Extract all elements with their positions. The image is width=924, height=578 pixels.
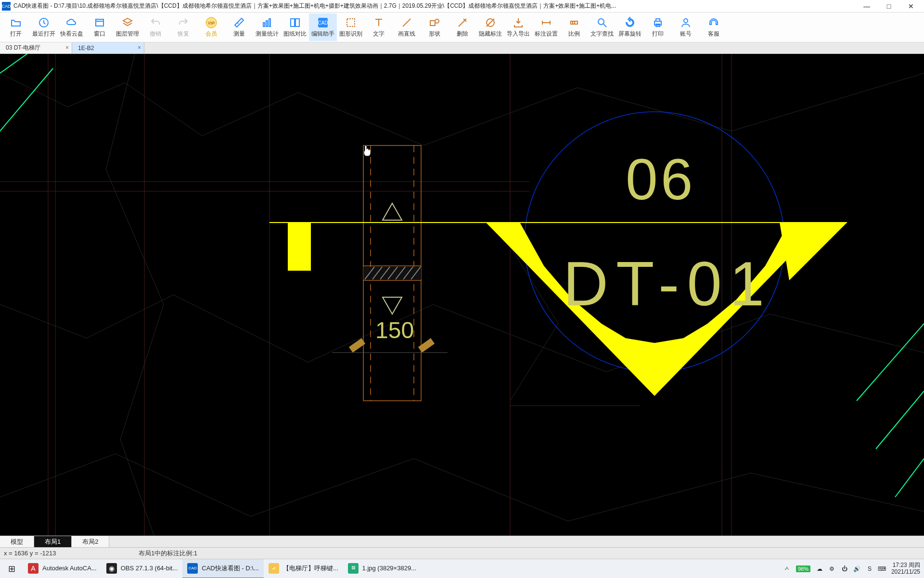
scale-readout: 布局1中的标注比例:1 [139,549,197,558]
marker-code: DT-01 [563,249,772,319]
svg-line-43 [895,459,924,497]
tool-rotate[interactable]: 屏幕旋转 [616,13,644,41]
taskbar-item[interactable]: AAutodesk AutoCA... [23,559,102,578]
task-label: 1.jpg (3829×3829... [362,565,416,572]
tool-open[interactable]: 打开 [2,13,30,41]
task-icon: 📁 [269,563,279,574]
tool-label: 打印 [652,30,664,38]
start-button[interactable]: ⊞ [0,559,23,578]
tool-layers[interactable]: 图层管理 [114,13,141,41]
taskbar-item[interactable]: 📁【电梯厅】呼梯键... [264,559,343,578]
task-icon: ◉ [106,563,117,574]
import-export-icon [512,16,525,29]
tool-line[interactable]: 画直线 [393,13,421,41]
tool-label: 屏幕旋转 [618,30,642,38]
tool-shape-ident[interactable]: 图形识别 [337,13,365,41]
svg-point-16 [435,19,439,23]
doc-tab[interactable]: 03 DT-电梯厅× [0,42,72,53]
layout-tab[interactable]: 布局2 [72,536,109,547]
scale-icon [568,16,580,29]
tool-recent[interactable]: 最近打开 [30,13,58,41]
tray-icon[interactable]: ⌨ [878,565,886,572]
tool-import-export[interactable]: 导入导出 [504,13,532,41]
clock-time: 17:23 周四 [891,562,920,568]
tool-ann-setting[interactable]: 标注设置 [532,13,560,41]
measure-stat-icon [261,16,273,29]
tool-shape[interactable]: 形状 [421,13,449,41]
task-label: OBS 27.1.3 (64-bit... [121,565,178,572]
tool-measure-stat[interactable]: 测量统计 [253,13,281,41]
line-icon [400,16,413,29]
tool-vip[interactable]: VIP会员 [197,13,225,41]
layout-tab[interactable]: 布局1 [34,536,72,547]
svg-marker-67 [780,223,847,280]
dim-150: 150 [375,317,414,343]
layout-tab[interactable]: 模型 [0,536,34,547]
tool-compare[interactable]: 图纸对比 [281,13,309,41]
doc-tab[interactable]: 1E-B2× [72,42,144,53]
svg-rect-7 [266,21,268,26]
svg-point-23 [598,19,604,25]
tray-up-icon[interactable]: ㅅ [783,565,791,573]
taskbar-item[interactable]: 🖼1.jpg (3829×3829... [343,559,421,578]
vip-icon: VIP [205,16,218,29]
edit-helper-icon: CAD [317,16,329,29]
tab-label: 1E-B2 [78,45,94,52]
tool-text[interactable]: 文字 [365,13,393,41]
layout-tabs: 模型布局1布局2 [0,536,924,547]
svg-rect-8 [269,19,270,26]
open-icon [10,16,22,29]
taskbar-item[interactable]: ◉OBS 27.1.3 (64-bit... [102,559,183,578]
tool-label: 图纸对比 [283,30,307,38]
tool-account[interactable]: 账号 [672,13,700,41]
svg-rect-1 [96,19,103,26]
tool-delete[interactable]: 删除 [449,13,476,41]
tool-find-text[interactable]: 文字查找 [588,13,616,41]
tool-print[interactable]: 打印 [644,13,672,41]
svg-rect-10 [295,19,299,26]
window-icon [93,16,106,29]
tool-label: 最近打开 [32,30,55,38]
tool-scale[interactable]: 比例 [560,13,588,41]
cad-drawing: 150 06 DT-01 [0,54,924,536]
battery-indicator[interactable]: 98% [796,565,810,572]
redo-icon [177,16,190,29]
tool-hide-ann[interactable]: 隐藏标注 [476,13,504,41]
tray-icon[interactable]: ⚙ [828,565,836,572]
taskbar-clock[interactable]: 17:23 周四 2021/11/25 [891,562,920,575]
tool-label: 隐藏标注 [479,30,502,38]
svg-marker-50 [383,203,402,220]
tab-close-icon[interactable]: × [138,44,141,51]
marker-number: 06 [626,147,695,211]
svg-rect-15 [430,21,435,26]
close-button[interactable]: ✕ [900,0,922,12]
tool-label: 删除 [457,30,468,38]
tray-icon[interactable]: 🔊 [853,565,861,572]
tool-label: 恢复 [178,30,189,38]
task-label: CAD快速看图 - D:\... [202,564,258,573]
find-text-icon [596,16,608,29]
tool-label: 图层管理 [116,30,139,38]
tray-icon[interactable]: S [865,565,874,572]
svg-rect-61 [418,338,435,353]
hide-ann-icon [484,16,497,29]
svg-line-5 [237,23,238,24]
tray-icon[interactable]: ☁ [815,565,824,572]
tool-window[interactable]: 窗口 [86,13,114,41]
app-icon: CAD [2,2,11,11]
taskbar-item[interactable]: CADCAD快速看图 - D:\... [182,559,263,578]
tool-edit-helper[interactable]: CAD编辑助手 [309,13,337,41]
maximize-button[interactable]: □ [878,0,900,12]
minimize-button[interactable]: — [856,0,878,12]
tool-cloud[interactable]: 快看云盘 [58,13,86,41]
compare-icon [289,16,301,29]
svg-line-42 [876,391,924,449]
drawing-canvas[interactable]: 150 06 DT-01 [0,54,924,536]
tool-measure[interactable]: 测量 [225,13,253,41]
tool-label: 快看云盘 [60,30,83,38]
tool-label: 形状 [429,30,440,38]
tool-label: 账号 [680,30,692,38]
tab-close-icon[interactable]: × [65,44,69,51]
tool-service[interactable]: 客服 [700,13,728,41]
tray-icon[interactable]: ⏻ [840,565,849,572]
